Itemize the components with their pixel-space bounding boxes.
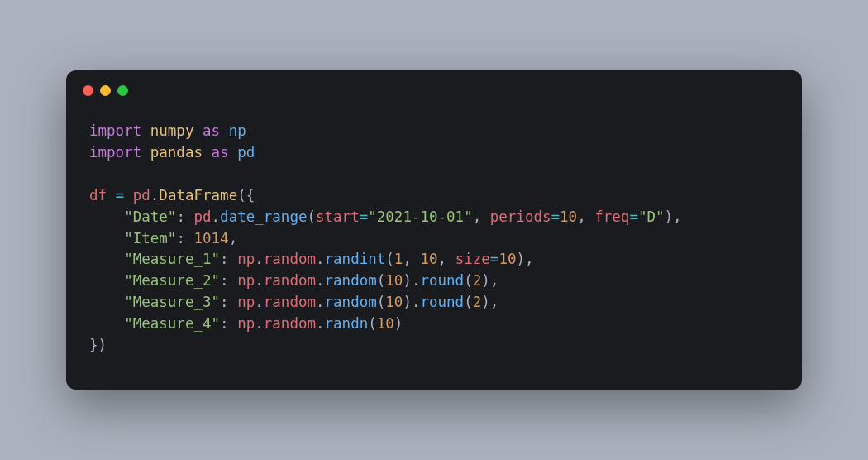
close-icon[interactable]	[83, 85, 93, 96]
colon: :	[220, 294, 229, 310]
class-dataframe: DataFrame	[159, 187, 237, 204]
obj-pd: pd	[193, 208, 211, 225]
arg-2: 2	[473, 272, 482, 289]
key-measure-3: "Measure_3"	[124, 294, 220, 310]
arg-10: 10	[377, 315, 394, 332]
val-start: "2021-10-01"	[368, 208, 472, 225]
code-block: import numpy as np import pandas as pd d…	[66, 106, 802, 390]
fn-date-range: date_range	[220, 208, 307, 225]
paren: (	[377, 294, 386, 310]
op-equals: =	[116, 187, 125, 204]
key-measure-4: "Measure_4"	[124, 315, 220, 332]
module-pandas: pandas	[150, 144, 203, 161]
paren: (	[464, 272, 473, 289]
dot: .	[316, 294, 325, 310]
param-freq: freq	[594, 208, 629, 225]
dot: .	[316, 251, 325, 267]
paren-close: )	[394, 315, 403, 332]
paren: (	[377, 272, 386, 289]
paren-close: ).	[403, 272, 420, 289]
obj-np: np	[237, 315, 255, 332]
dot: .	[212, 208, 221, 225]
paren-close: ),	[481, 272, 498, 289]
dot: .	[255, 294, 264, 310]
brace-close: })	[89, 337, 107, 353]
sub-random: random	[264, 294, 316, 310]
op-eq: =	[551, 208, 560, 225]
param-periods: periods	[490, 208, 551, 225]
colon: :	[176, 208, 185, 225]
comma: ,	[438, 251, 447, 267]
dot: .	[150, 187, 160, 204]
comma: ,	[403, 251, 412, 267]
paren-close: ).	[403, 294, 420, 310]
window-titlebar	[66, 70, 802, 106]
arg-2: 2	[473, 294, 482, 310]
op-eq: =	[629, 208, 638, 225]
key-measure-2: "Measure_2"	[124, 272, 220, 289]
key-measure-1: "Measure_1"	[124, 251, 220, 267]
colon: :	[176, 230, 185, 247]
comma: ,	[577, 208, 586, 225]
paren-close: ),	[665, 208, 682, 225]
dot: .	[255, 251, 264, 267]
dot: .	[255, 315, 264, 332]
paren-close: ),	[481, 294, 498, 310]
code-window: import numpy as np import pandas as pd d…	[66, 70, 802, 390]
maximize-icon[interactable]	[117, 85, 128, 96]
colon: :	[220, 251, 229, 267]
keyword-as: as	[203, 122, 220, 139]
fn-random: random	[325, 294, 377, 310]
paren: (	[385, 251, 394, 267]
comma: ,	[229, 230, 238, 247]
obj-np: np	[237, 294, 255, 310]
op-eq: =	[490, 251, 499, 267]
arg-10: 10	[385, 294, 403, 310]
obj-np: np	[237, 272, 255, 289]
fn-randint: randint	[325, 251, 386, 267]
paren: (	[368, 315, 377, 332]
var-df: df	[89, 187, 107, 204]
paren-open: ({	[237, 187, 255, 204]
alias-np: np	[229, 122, 246, 139]
colon: :	[220, 315, 229, 332]
fn-round: round	[420, 294, 464, 310]
paren: (	[464, 294, 473, 310]
keyword-import: import	[89, 122, 141, 139]
comma: ,	[473, 208, 482, 225]
dot: .	[316, 315, 325, 332]
colon: :	[220, 272, 229, 289]
fn-round: round	[420, 272, 464, 289]
param-start: start	[316, 208, 360, 225]
val-item: 1014	[193, 230, 228, 247]
keyword-import: import	[89, 144, 141, 161]
paren-close: ),	[516, 251, 533, 267]
obj-np: np	[237, 251, 255, 267]
alias-pd: pd	[237, 144, 255, 161]
arg-1: 1	[394, 251, 403, 267]
fn-random: random	[325, 272, 377, 289]
sub-random: random	[264, 315, 316, 332]
dot: .	[316, 272, 325, 289]
obj-pd: pd	[133, 187, 150, 204]
sub-random: random	[264, 251, 316, 267]
keyword-as: as	[212, 144, 229, 161]
module-numpy: numpy	[150, 122, 194, 139]
fn-randn: randn	[325, 315, 369, 332]
sub-random: random	[264, 272, 316, 289]
paren: (	[307, 208, 316, 225]
key-date: "Date"	[124, 208, 176, 225]
arg-10: 10	[421, 251, 438, 267]
param-size: size	[455, 251, 490, 267]
arg-10: 10	[385, 272, 403, 289]
val-size: 10	[498, 251, 516, 267]
val-periods: 10	[560, 208, 577, 225]
dot: .	[255, 272, 264, 289]
val-freq: "D"	[638, 208, 665, 225]
minimize-icon[interactable]	[100, 85, 111, 96]
op-eq: =	[360, 208, 369, 225]
key-item: "Item"	[124, 230, 176, 247]
